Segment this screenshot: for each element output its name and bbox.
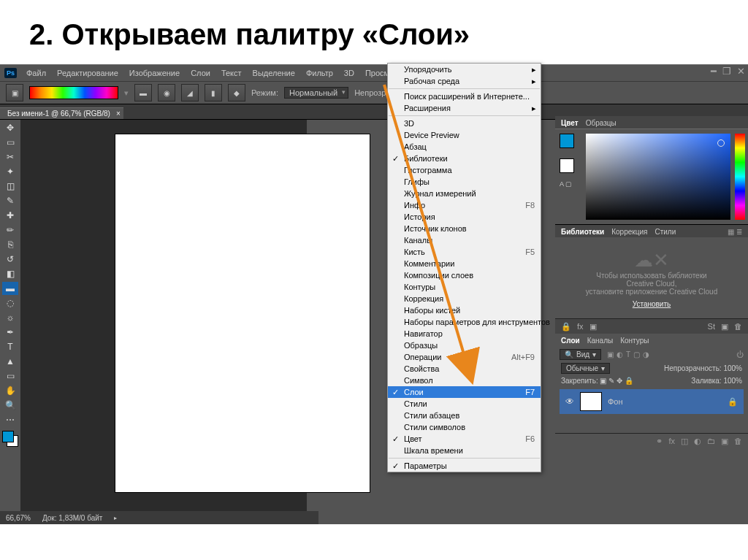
layer-row[interactable]: 👁 Фон 🔒	[560, 389, 744, 414]
menu-character[interactable]: Символ	[388, 375, 541, 386]
adjustment-icon[interactable]: ◐	[694, 437, 701, 446]
filter-icons[interactable]: ▣◐T▢◑	[606, 350, 651, 358]
grad-reflect-icon[interactable]: ▮	[205, 84, 222, 101]
pen-tool-icon[interactable]: ✒	[2, 326, 18, 339]
tool-preset-icon[interactable]: ▣	[6, 84, 23, 101]
fx-icon[interactable]: fx	[577, 322, 584, 331]
dodge-tool-icon[interactable]: ☼	[2, 311, 18, 324]
menu-styles[interactable]: Стили	[388, 398, 541, 410]
hand-tool-icon[interactable]: ✋	[2, 384, 18, 397]
menu-brush-presets[interactable]: Наборы кистей	[388, 304, 541, 316]
delete-layer-icon[interactable]: 🗑	[734, 437, 742, 446]
layer-mask-icon[interactable]: ◫	[681, 437, 688, 446]
menu-swatches[interactable]: Образцы	[388, 340, 541, 351]
tab-correction[interactable]: Коррекция	[611, 228, 647, 236]
menu-filter[interactable]: Фильтр	[302, 67, 337, 79]
menu-channels[interactable]: Каналы	[388, 234, 541, 246]
grad-diamond-icon[interactable]: ◆	[228, 84, 245, 101]
menu-arrange[interactable]: Упорядочить	[388, 64, 541, 75]
menu-select[interactable]: Выделение	[248, 67, 299, 79]
blur-tool-icon[interactable]: ◌	[2, 296, 18, 310]
close-tab-icon[interactable]: ×	[116, 110, 121, 118]
canvas-area[interactable]	[20, 120, 307, 513]
fg-color-swatch[interactable]	[560, 134, 574, 148]
menu-libraries[interactable]: Библиотеки	[388, 153, 541, 164]
menu-layers[interactable]: Слои	[186, 67, 215, 79]
tab-channels[interactable]: Каналы	[587, 337, 614, 345]
group-icon[interactable]: 🗀	[707, 437, 715, 446]
document-canvas[interactable]	[115, 134, 370, 492]
blend-select[interactable]: Обычные ▾	[561, 363, 610, 374]
menu-info[interactable]: ИнфоF8	[388, 199, 541, 211]
minimize-icon[interactable]: ━	[711, 66, 717, 77]
visibility-icon[interactable]: 👁	[565, 396, 574, 407]
tab-styles[interactable]: Стили	[654, 228, 676, 236]
menu-device-preview[interactable]: Device Preview	[388, 129, 541, 141]
tab-layers[interactable]: Слои	[561, 337, 580, 345]
path-select-icon[interactable]: ▲	[2, 355, 18, 368]
mask-icon[interactable]: ▣	[589, 322, 597, 331]
marquee-tool-icon[interactable]: ▭	[2, 136, 18, 149]
menu-layer-comps[interactable]: Композиции слоев	[388, 269, 541, 281]
eraser-tool-icon[interactable]: ◧	[2, 267, 18, 280]
history-brush-icon[interactable]: ↺	[2, 253, 18, 266]
brush-tool-icon[interactable]: ✏	[2, 223, 18, 237]
menu-history[interactable]: История	[388, 211, 541, 223]
grad-linear-icon[interactable]: ▬	[134, 84, 152, 101]
type-tool-icon[interactable]: T	[2, 340, 18, 353]
menu-histogram[interactable]: Гистограмма	[388, 164, 541, 176]
layer-filter[interactable]: 🔍 Вид ▾	[560, 349, 601, 360]
gradient-preview[interactable]	[29, 86, 118, 99]
wand-tool-icon[interactable]: ✦	[2, 165, 18, 178]
menu-search-ext[interactable]: Поиск расширений в Интернете...	[388, 91, 541, 102]
bg-color-swatch[interactable]	[560, 158, 574, 173]
document-tab[interactable]: Без имени-1 @ 66,7% (RGB/8) ×	[0, 107, 123, 119]
tab-contours[interactable]: Контуры	[620, 337, 649, 345]
mode-select[interactable]: Нормальный	[284, 87, 348, 99]
tab-color[interactable]: Цвет	[561, 119, 579, 127]
menu-workspace[interactable]: Рабочая среда	[388, 75, 541, 87]
menu-actions[interactable]: ОперацииAlt+F9	[388, 351, 541, 363]
menu-glyphs[interactable]: Глифы	[388, 176, 541, 188]
menu-props[interactable]: Свойства	[388, 363, 541, 375]
lock-icon[interactable]: 🔒	[561, 322, 571, 331]
lasso-tool-icon[interactable]: ✂	[2, 150, 18, 164]
menu-measure-log[interactable]: Журнал измерений	[388, 188, 541, 199]
st-icon[interactable]: St	[708, 322, 715, 331]
eyedropper-tool-icon[interactable]: ✎	[2, 194, 18, 207]
new-layer-icon[interactable]: ▣	[721, 437, 728, 446]
menu-comments[interactable]: Комментарии	[388, 258, 541, 269]
trash-icon[interactable]: 🗑	[734, 322, 742, 331]
menu-file[interactable]: Файл	[22, 67, 50, 79]
new-icon[interactable]: ▣	[721, 322, 728, 331]
menu-edit[interactable]: Редактирование	[53, 67, 123, 79]
zoom-tool-icon[interactable]: 🔍	[2, 399, 18, 412]
menu-navigator[interactable]: Навигатор	[388, 328, 541, 340]
install-link[interactable]: Установить	[568, 300, 735, 308]
color-picker-field[interactable]	[586, 134, 730, 220]
grad-angle-icon[interactable]: ◢	[181, 84, 199, 101]
menu-text[interactable]: Текст	[217, 67, 246, 79]
menu-brush[interactable]: КистьF5	[388, 246, 541, 258]
tab-libraries[interactable]: Библиотеки	[561, 228, 604, 236]
heal-tool-icon[interactable]: ✚	[2, 209, 18, 222]
menu-para-styles[interactable]: Стили абзацев	[388, 410, 541, 421]
layer-thumbnail[interactable]	[580, 392, 602, 411]
menu-clone-src[interactable]: Источник клонов	[388, 223, 541, 234]
menu-3d[interactable]: 3D	[340, 67, 359, 79]
close-icon[interactable]: ✕	[737, 66, 745, 77]
menu-paths[interactable]: Контуры	[388, 281, 541, 293]
menu-tool-presets[interactable]: Наборы параметров для инструментов	[388, 316, 541, 328]
menu-layers-panel[interactable]: СлоиF7	[388, 386, 541, 398]
menu-image[interactable]: Изображение	[125, 67, 184, 79]
shape-tool-icon[interactable]: ▭	[2, 369, 18, 383]
menu-timeline[interactable]: Шкала времени	[388, 445, 541, 456]
menu-adjust[interactable]: Коррекция	[388, 293, 541, 304]
menu-extensions[interactable]: Расширения	[388, 102, 541, 114]
grad-radial-icon[interactable]: ◉	[158, 84, 175, 101]
menu-color[interactable]: ЦветF6	[388, 433, 541, 445]
panel-view-icons[interactable]: ▦ ≣	[728, 228, 742, 236]
more-tools-icon[interactable]: ⋯	[2, 413, 18, 426]
maximize-icon[interactable]: ❐	[722, 66, 731, 77]
tab-swatches[interactable]: Образцы	[586, 119, 617, 127]
